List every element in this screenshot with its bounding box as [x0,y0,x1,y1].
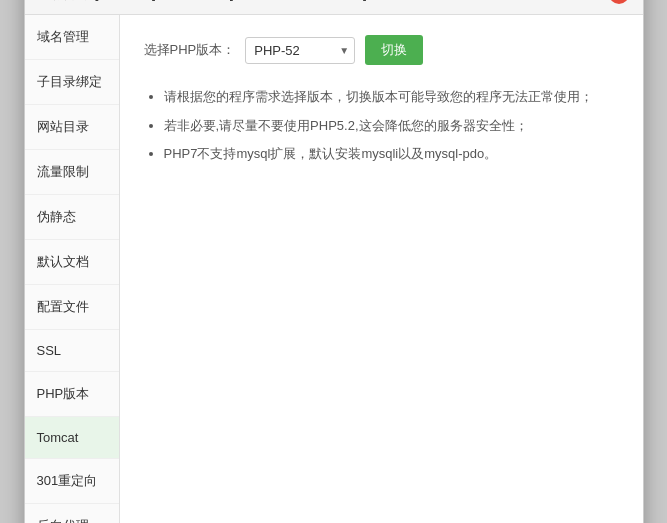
modal-container: 站点修改[58. .com] -- 添加时间[2017-05-14 20:20:… [24,0,644,523]
sidebar-item-traffic[interactable]: 流量限制 [25,150,119,195]
sidebar-item-reverseproxy[interactable]: 反向代理 [25,504,119,523]
sidebar-item-ssl[interactable]: SSL [25,330,119,372]
sidebar-item-tomcat[interactable]: Tomcat [25,417,119,459]
close-button[interactable]: × [609,0,629,4]
sidebar-item-config[interactable]: 配置文件 [25,285,119,330]
sidebar-item-defaultdoc[interactable]: 默认文档 [25,240,119,285]
sidebar-item-redirect301[interactable]: 301重定向 [25,459,119,504]
modal-body: 域名管理子目录绑定网站目录流量限制伪静态默认文档配置文件SSLPHP版本Tomc… [25,15,643,523]
modal-title: 站点修改[58. .com] -- 添加时间[2017-05-14 20:20:… [39,0,367,3]
sidebar-item-domain[interactable]: 域名管理 [25,15,119,60]
php-version-select[interactable]: PHP-52PHP-53PHP-54PHP-55PHP-56PHP-70PHP-… [245,37,355,64]
sidebar: 域名管理子目录绑定网站目录流量限制伪静态默认文档配置文件SSLPHP版本Tomc… [25,15,120,523]
notice-item: 若非必要,请尽量不要使用PHP5.2,这会降低您的服务器安全性； [164,114,619,139]
switch-button[interactable]: 切换 [365,35,423,65]
php-version-row: 选择PHP版本： PHP-52PHP-53PHP-54PHP-55PHP-56P… [144,35,619,65]
main-content: 选择PHP版本： PHP-52PHP-53PHP-54PHP-55PHP-56P… [120,15,643,523]
modal-header: 站点修改[58. .com] -- 添加时间[2017-05-14 20:20:… [25,0,643,15]
php-select-wrapper: PHP-52PHP-53PHP-54PHP-55PHP-56PHP-70PHP-… [245,37,355,64]
sidebar-item-webdir[interactable]: 网站目录 [25,105,119,150]
sidebar-item-pseudostatic[interactable]: 伪静态 [25,195,119,240]
php-version-label: 选择PHP版本： [144,41,236,59]
notice-item: PHP7不支持mysql扩展，默认安装mysqli以及mysql-pdo。 [164,142,619,167]
sidebar-item-phpversion[interactable]: PHP版本 [25,372,119,417]
sidebar-item-subdir[interactable]: 子目录绑定 [25,60,119,105]
notice-list: 请根据您的程序需求选择版本，切换版本可能导致您的程序无法正常使用；若非必要,请尽… [144,85,619,167]
notice-item: 请根据您的程序需求选择版本，切换版本可能导致您的程序无法正常使用； [164,85,619,110]
